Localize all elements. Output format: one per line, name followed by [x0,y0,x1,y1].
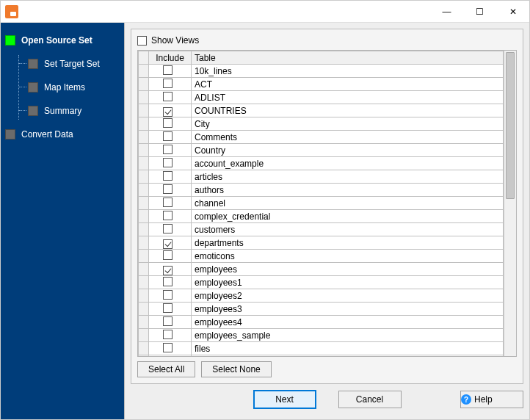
step-map-items[interactable]: Map Items [19,79,120,96]
col-include[interactable]: Include [149,51,192,65]
next-button[interactable]: Next [253,390,316,409]
table-name-cell[interactable]: COUNTRIES [192,104,504,117]
row-header[interactable] [139,210,149,223]
include-checkbox[interactable] [163,158,173,167]
table-name-cell[interactable]: jmi_0001 [192,355,504,357]
table-row[interactable]: employees1 [139,276,504,289]
row-header[interactable] [139,157,149,170]
include-checkbox[interactable] [163,65,173,75]
include-checkbox[interactable] [163,290,173,300]
include-checkbox[interactable] [163,303,173,313]
step-convert-data[interactable]: Convert Data [5,126,120,143]
table-row[interactable]: jmi_0001 [139,355,504,357]
table-row[interactable]: 10k_lines [139,65,504,78]
row-header[interactable] [139,117,149,131]
scrollbar-thumb[interactable] [506,52,515,199]
step-set-target-set[interactable]: Set Target Set [19,55,120,73]
table-row[interactable]: customers [139,223,504,236]
help-button[interactable]: ? Help [460,391,523,408]
table-name-cell[interactable]: employees2 [192,289,504,303]
select-all-button[interactable]: Select All [137,361,195,377]
include-checkbox[interactable] [163,145,173,154]
row-header[interactable] [139,263,149,276]
include-checkbox[interactable] [163,92,173,101]
include-checkbox[interactable] [163,171,173,181]
table-row[interactable]: articles [139,170,504,184]
close-button[interactable]: ✕ [496,1,529,23]
table-name-cell[interactable]: ACT [192,78,504,91]
table-row[interactable]: files [139,342,504,355]
row-header[interactable] [139,144,149,157]
table-name-cell[interactable]: employees4 [192,316,504,329]
table-name-cell[interactable]: departments [192,236,504,250]
table-row[interactable]: City [139,117,504,131]
step-summary[interactable]: Summary [19,102,120,120]
include-checkbox[interactable] [163,239,173,249]
table-row[interactable]: Comments [139,131,504,144]
include-checkbox[interactable] [163,250,173,260]
table-row[interactable]: employees [139,263,504,276]
table-name-cell[interactable]: employees [192,263,504,276]
include-checkbox[interactable] [163,356,173,357]
row-header[interactable] [139,276,149,289]
table-row[interactable]: emoticons [139,250,504,263]
include-checkbox[interactable] [163,224,173,233]
table-row[interactable]: employees4 [139,316,504,329]
table-row[interactable]: authors [139,184,504,197]
table-name-cell[interactable]: authors [192,184,504,197]
include-checkbox[interactable] [163,343,173,352]
step-open-source-set[interactable]: Open Source Set [5,32,120,49]
row-header[interactable] [139,78,149,91]
vertical-scrollbar[interactable] [504,51,516,356]
table-name-cell[interactable]: Country [192,144,504,157]
row-header[interactable] [139,289,149,303]
table-name-cell[interactable]: account_example [192,157,504,170]
include-checkbox[interactable] [163,316,173,326]
col-table[interactable]: Table [192,51,504,65]
row-header[interactable] [139,104,149,117]
table-name-cell[interactable]: Comments [192,131,504,144]
table-row[interactable]: employees_sample [139,329,504,342]
table-name-cell[interactable]: articles [192,170,504,184]
table-row[interactable]: Country [139,144,504,157]
row-header[interactable] [139,131,149,144]
table-row[interactable]: departments [139,236,504,250]
row-header[interactable] [139,236,149,250]
table-row[interactable]: employees2 [139,289,504,303]
include-checkbox[interactable] [163,107,173,117]
select-none-button[interactable]: Select None [201,361,271,377]
table-name-cell[interactable]: ADLIST [192,91,504,104]
include-checkbox[interactable] [163,211,173,220]
include-checkbox[interactable] [163,118,173,128]
table-name-cell[interactable]: emoticons [192,250,504,263]
table-row[interactable]: account_example [139,157,504,170]
maximize-button[interactable]: ☐ [463,1,496,23]
row-header[interactable] [139,329,149,342]
table-name-cell[interactable]: channel [192,197,504,210]
table-row[interactable]: ADLIST [139,91,504,104]
row-header[interactable] [139,316,149,329]
table-name-cell[interactable]: employees_sample [192,329,504,342]
row-header[interactable] [139,197,149,210]
minimize-button[interactable]: — [430,1,463,23]
table-row[interactable]: channel [139,197,504,210]
table-row[interactable]: COUNTRIES [139,104,504,117]
include-checkbox[interactable] [163,330,173,339]
table-row[interactable]: employees3 [139,303,504,316]
row-header[interactable] [139,342,149,355]
row-header[interactable] [139,250,149,263]
table-name-cell[interactable]: employees1 [192,276,504,289]
row-header[interactable] [139,303,149,316]
show-views-checkbox[interactable] [137,36,147,46]
row-header[interactable] [139,170,149,184]
include-checkbox[interactable] [163,131,173,141]
table-row[interactable]: ACT [139,78,504,91]
table-name-cell[interactable]: files [192,342,504,355]
table-name-cell[interactable]: customers [192,223,504,236]
include-checkbox[interactable] [163,277,173,286]
table-name-cell[interactable]: complex_credential [192,210,504,223]
table-name-cell[interactable]: 10k_lines [192,65,504,78]
table-name-cell[interactable]: employees3 [192,303,504,316]
include-checkbox[interactable] [163,184,173,194]
table-name-cell[interactable]: City [192,117,504,131]
